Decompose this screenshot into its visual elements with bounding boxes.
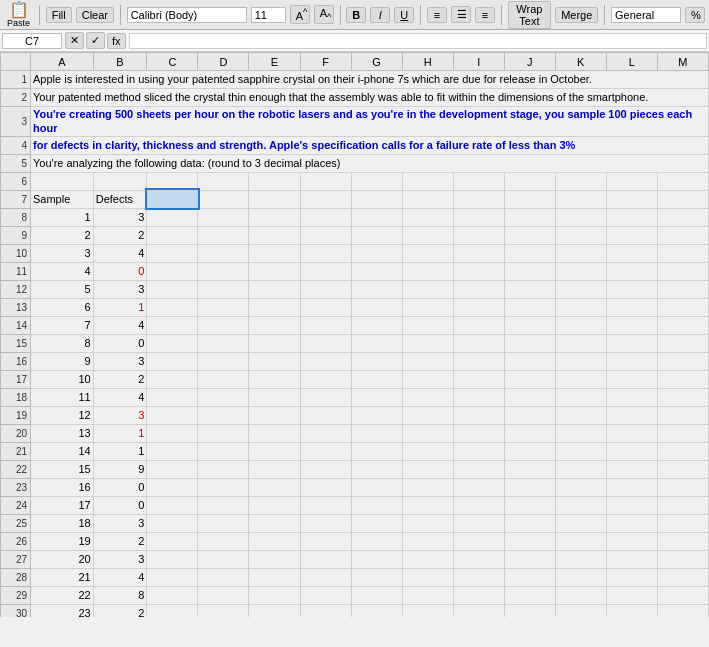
cell-12-E[interactable] — [249, 280, 300, 298]
cell-18-I[interactable] — [453, 388, 504, 406]
col-header-h[interactable]: H — [402, 53, 453, 71]
font-name-input[interactable] — [127, 7, 247, 23]
cell-18-M[interactable] — [657, 388, 708, 406]
cell-11-J[interactable] — [504, 262, 555, 280]
cell-21-B[interactable]: 1 — [93, 442, 147, 460]
cell-12-B[interactable]: 3 — [93, 280, 147, 298]
cell-24-G[interactable] — [351, 496, 402, 514]
row-header-24[interactable]: 24 — [1, 496, 31, 514]
cell-1-A[interactable]: Apple is interested in using your patent… — [31, 71, 709, 89]
cell-7-J[interactable] — [504, 190, 555, 208]
row-header-5[interactable]: 5 — [1, 154, 31, 172]
paste-button[interactable]: 📋 Paste — [4, 1, 33, 29]
cell-15-H[interactable] — [402, 334, 453, 352]
cell-29-D[interactable] — [198, 586, 249, 604]
row-header-10[interactable]: 10 — [1, 244, 31, 262]
cell-10-C[interactable] — [147, 244, 198, 262]
row-header-3[interactable]: 3 — [1, 107, 31, 137]
cell-20-B[interactable]: 1 — [93, 424, 147, 442]
cell-24-D[interactable] — [198, 496, 249, 514]
cell-15-D[interactable] — [198, 334, 249, 352]
cell-17-M[interactable] — [657, 370, 708, 388]
cell-7-K[interactable] — [555, 190, 606, 208]
cell-21-H[interactable] — [402, 442, 453, 460]
cell-8-K[interactable] — [555, 208, 606, 226]
cell-9-M[interactable] — [657, 226, 708, 244]
cell-30-E[interactable] — [249, 604, 300, 617]
cell-13-E[interactable] — [249, 298, 300, 316]
cell-8-H[interactable] — [402, 208, 453, 226]
cell-8-M[interactable] — [657, 208, 708, 226]
row-header-14[interactable]: 14 — [1, 316, 31, 334]
cell-14-L[interactable] — [606, 316, 657, 334]
cell-25-C[interactable] — [147, 514, 198, 532]
cell-22-L[interactable] — [606, 460, 657, 478]
cell-14-G[interactable] — [351, 316, 402, 334]
cell-9-B[interactable]: 2 — [93, 226, 147, 244]
cell-27-I[interactable] — [453, 550, 504, 568]
cell-18-C[interactable] — [147, 388, 198, 406]
row-header-22[interactable]: 22 — [1, 460, 31, 478]
cell-6-G[interactable] — [351, 172, 402, 190]
cell-9-F[interactable] — [300, 226, 351, 244]
cell-10-H[interactable] — [402, 244, 453, 262]
row-header-1[interactable]: 1 — [1, 71, 31, 89]
cell-16-C[interactable] — [147, 352, 198, 370]
cell-25-D[interactable] — [198, 514, 249, 532]
cell-15-B[interactable]: 0 — [93, 334, 147, 352]
cell-23-A[interactable]: 16 — [31, 478, 94, 496]
col-header-l[interactable]: L — [606, 53, 657, 71]
cell-16-G[interactable] — [351, 352, 402, 370]
cell-6-L[interactable] — [606, 172, 657, 190]
cell-17-E[interactable] — [249, 370, 300, 388]
cell-9-G[interactable] — [351, 226, 402, 244]
cell-30-J[interactable] — [504, 604, 555, 617]
cell-15-C[interactable] — [147, 334, 198, 352]
cell-9-K[interactable] — [555, 226, 606, 244]
row-header-7[interactable]: 7 — [1, 190, 31, 208]
cell-29-A[interactable]: 22 — [31, 586, 94, 604]
cell-8-F[interactable] — [300, 208, 351, 226]
cell-20-F[interactable] — [300, 424, 351, 442]
cell-26-A[interactable]: 19 — [31, 532, 94, 550]
cell-23-J[interactable] — [504, 478, 555, 496]
confirm-formula-button[interactable]: ✓ — [86, 32, 105, 49]
cell-27-L[interactable] — [606, 550, 657, 568]
row-header-21[interactable]: 21 — [1, 442, 31, 460]
cell-9-I[interactable] — [453, 226, 504, 244]
cell-25-F[interactable] — [300, 514, 351, 532]
cell-10-D[interactable] — [198, 244, 249, 262]
cell-26-J[interactable] — [504, 532, 555, 550]
cell-6-E[interactable] — [249, 172, 300, 190]
insert-function-button[interactable]: fx — [107, 33, 126, 49]
cell-9-D[interactable] — [198, 226, 249, 244]
cell-17-K[interactable] — [555, 370, 606, 388]
cell-19-J[interactable] — [504, 406, 555, 424]
cell-12-D[interactable] — [198, 280, 249, 298]
cell-30-A[interactable]: 23 — [31, 604, 94, 617]
row-header-20[interactable]: 20 — [1, 424, 31, 442]
cell-6-C[interactable] — [147, 172, 198, 190]
cell-28-I[interactable] — [453, 568, 504, 586]
cell-20-C[interactable] — [147, 424, 198, 442]
cell-23-I[interactable] — [453, 478, 504, 496]
row-header-18[interactable]: 18 — [1, 388, 31, 406]
col-header-j[interactable]: J — [504, 53, 555, 71]
cell-11-F[interactable] — [300, 262, 351, 280]
cell-4-A[interactable]: for defects in clarity, thickness and st… — [31, 136, 709, 154]
cell-29-M[interactable] — [657, 586, 708, 604]
cell-20-L[interactable] — [606, 424, 657, 442]
cell-20-A[interactable]: 13 — [31, 424, 94, 442]
cell-10-G[interactable] — [351, 244, 402, 262]
cell-29-B[interactable]: 8 — [93, 586, 147, 604]
cell-26-H[interactable] — [402, 532, 453, 550]
cell-22-G[interactable] — [351, 460, 402, 478]
cell-17-D[interactable] — [198, 370, 249, 388]
cell-29-F[interactable] — [300, 586, 351, 604]
row-header-19[interactable]: 19 — [1, 406, 31, 424]
cell-30-H[interactable] — [402, 604, 453, 617]
cell-26-L[interactable] — [606, 532, 657, 550]
cell-14-K[interactable] — [555, 316, 606, 334]
cell-27-K[interactable] — [555, 550, 606, 568]
row-header-12[interactable]: 12 — [1, 280, 31, 298]
